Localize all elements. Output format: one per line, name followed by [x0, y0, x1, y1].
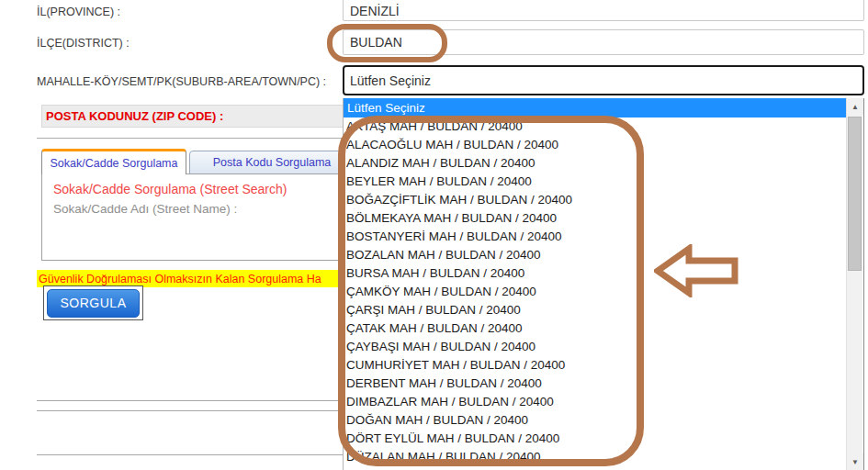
dropdown-option[interactable]: DIMBAZLAR MAH / BULDAN / 20400 — [344, 393, 848, 411]
divider — [37, 454, 354, 455]
dropdown-option-selected[interactable]: Lütfen Seçiniz — [344, 98, 848, 118]
district-field[interactable]: BULDAN — [343, 29, 864, 55]
province-field[interactable]: DENİZLİ — [343, 0, 864, 21]
scroll-down-icon[interactable]: ▼ — [847, 453, 863, 470]
dropdown-options: AKTAŞ MAH / BULDAN / 20400 ALACAOĞLU MAH… — [344, 118, 848, 466]
province-label: İL(PROVINCE) : — [37, 6, 120, 18]
tab-street-search[interactable]: Sokak/Cadde Sorgulama — [41, 149, 186, 174]
divider — [37, 138, 354, 139]
divider — [37, 400, 354, 401]
dropdown-option[interactable]: AKTAŞ MAH / BULDAN / 20400 — [344, 118, 848, 136]
dropdown-option[interactable]: ÇATAK MAH / BULDAN / 20400 — [344, 319, 848, 338]
dropdown-option[interactable]: BURSA MAH / BULDAN / 20400 — [344, 264, 848, 283]
dropdown-option[interactable]: BOĞAZÇİFTLİK MAH / BULDAN / 20400 — [344, 191, 848, 209]
dropdown-option[interactable]: ALACAOĞLU MAH / BULDAN / 20400 — [344, 136, 848, 154]
dropdown-option[interactable]: ÇAMKÖY MAH / BULDAN / 20400 — [344, 283, 848, 301]
street-search-panel: Sokak/Cadde Sorgulama (Street Search) So… — [41, 173, 354, 261]
suburb-label: MAHALLE-KÖY/SEMT/PK(SUBURB-AREA/TOWN/PC)… — [37, 75, 326, 88]
street-name-label: Sokak/Cadde Adı (Street Name) : — [53, 202, 237, 216]
scroll-up-icon[interactable]: ▲ — [847, 98, 863, 115]
dropdown-option[interactable]: BÖLMEKAYA MAH / BULDAN / 20400 — [344, 209, 848, 228]
zip-code-label: POSTA KODUNUZ (ZIP CODE) : — [46, 109, 223, 123]
district-label: İLÇE(DISTRICT) : — [37, 37, 130, 50]
dropdown-option[interactable]: DÖRT EYLÜL MAH / BULDAN / 20400 — [344, 430, 848, 448]
divider — [37, 410, 354, 411]
suburb-select[interactable]: Lütfen Seçiniz — [343, 65, 864, 95]
scrollbar-thumb[interactable] — [848, 117, 862, 271]
query-button[interactable]: SORGULA — [47, 289, 140, 318]
dropdown-option[interactable]: ÇAYBAŞI MAH / BULDAN / 20400 — [344, 338, 848, 356]
suburb-dropdown-list: Lütfen Seçiniz AKTAŞ MAH / BULDAN / 2040… — [343, 98, 864, 470]
query-button-frame: SORGULA — [43, 285, 143, 320]
dropdown-option[interactable]: DÜZALAN MAH / BULDAN / 20400 — [344, 448, 848, 466]
dropdown-option[interactable]: BOZALAN MAH / BULDAN / 20400 — [344, 246, 848, 264]
dropdown-option[interactable]: CUMHURİYET MAH / BULDAN / 20400 — [344, 356, 848, 375]
dropdown-option[interactable]: DERBENT MAH / BULDAN / 20400 — [344, 375, 848, 393]
dropdown-option[interactable]: ÇARŞI MAH / BULDAN / 20400 — [344, 301, 848, 319]
dropdown-scrollbar[interactable]: ▲ ▼ — [846, 98, 862, 470]
dropdown-option[interactable]: ALANDIZ MAH / BULDAN / 20400 — [344, 154, 848, 173]
dropdown-option[interactable]: DOĞAN MAH / BULDAN / 20400 — [344, 411, 848, 430]
dropdown-option[interactable]: BEYLER MAH / BULDAN / 20400 — [344, 173, 848, 191]
postal-code-lookup-page: İL(PROVINCE) : İLÇE(DISTRICT) : MAHALLE-… — [0, 0, 868, 470]
street-search-title: Sokak/Cadde Sorgulama (Street Search) — [53, 182, 287, 196]
zip-code-row: POSTA KODUNUZ (ZIP CODE) : — [41, 105, 354, 128]
tab-postal-code-search[interactable]: Posta Kodu Sorgulama — [189, 151, 355, 174]
dropdown-option[interactable]: BOSTANYERİ MAH / BULDAN / 20400 — [344, 228, 848, 246]
